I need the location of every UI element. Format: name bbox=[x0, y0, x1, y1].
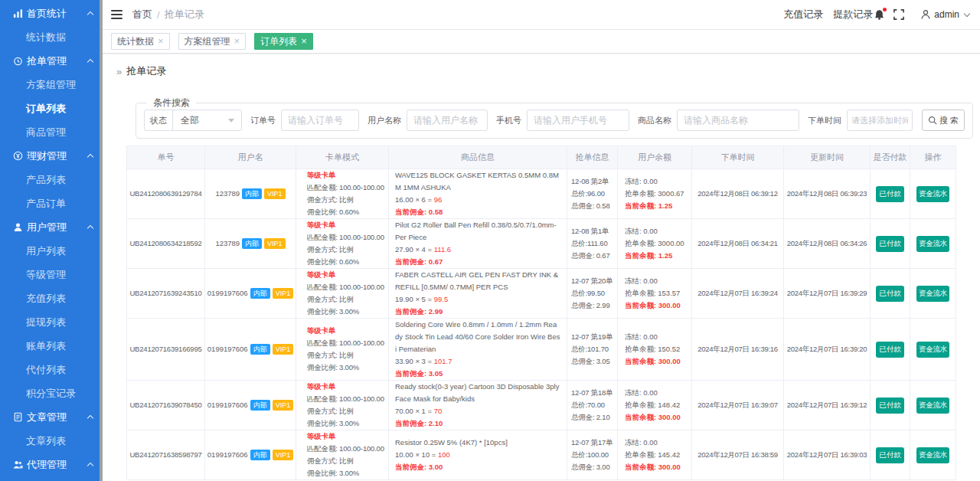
cell-order-no: UB2412071639078450 bbox=[127, 381, 205, 430]
cell-username: 0199197606内部VIP1 bbox=[205, 319, 296, 381]
sidebar-item-points-records[interactable]: 积分宝记录 bbox=[0, 381, 103, 405]
tab-plan-groups[interactable]: 方案组管理× bbox=[178, 33, 247, 50]
cell-mode: 等级卡单匹配金额: 100.00-100.00佣金方式: 比例佣金比例: 3.0… bbox=[296, 319, 389, 381]
order-time-input[interactable] bbox=[847, 110, 913, 131]
sidebar-section-user-manage[interactable]: 用户管理 bbox=[0, 215, 103, 239]
notification-dot bbox=[883, 8, 887, 11]
sidebar-item-article-list[interactable]: 文章列表 bbox=[0, 429, 103, 453]
grab-info: 12-07 第20单总价:99.50总佣金: 2.99 bbox=[567, 275, 617, 312]
cell-paid: 已付款 bbox=[871, 381, 910, 430]
balance-frozen: 冻结: 0.00 bbox=[625, 331, 688, 343]
order-no: UB2412071639078450 bbox=[127, 399, 204, 411]
fund-flow-button[interactable]: 资金流水 bbox=[916, 342, 949, 358]
sidebar-section-grab-manage[interactable]: 抢单管理 bbox=[0, 49, 103, 73]
mode-rate: 佣金比例: 0.60% bbox=[307, 256, 387, 268]
orders-table: 单号用户名卡单模式商品信息抢单信息用户余额下单时间更新时间是否付款操作 UB24… bbox=[126, 146, 956, 480]
menu-toggle-icon[interactable] bbox=[111, 10, 122, 19]
username: 123789 bbox=[215, 237, 240, 250]
cell-order-time: 2024年12月07日 16:38:59 bbox=[692, 430, 784, 480]
tab-close-icon[interactable]: × bbox=[301, 38, 307, 45]
fund-flow-button[interactable]: 资金流水 bbox=[916, 286, 949, 302]
withdraw-records-link[interactable]: 提款记录 bbox=[833, 8, 873, 21]
status-select[interactable]: 全部 bbox=[173, 110, 241, 130]
mode-match: 匹配金额: 100.00-100.00 bbox=[307, 443, 387, 455]
chevron-up-icon bbox=[87, 154, 93, 160]
order-no: UB2412080639129784 bbox=[127, 188, 204, 200]
phone-input[interactable] bbox=[527, 110, 629, 131]
product-name: WAVE125 BLOCK GASKET KERTAS 0.5MM 0.8MM … bbox=[395, 169, 560, 194]
order-no-input[interactable] bbox=[281, 110, 359, 131]
col-header-1: 用户名 bbox=[205, 146, 296, 169]
breadcrumb-home[interactable]: 首页 bbox=[132, 8, 152, 21]
sidebar-item-product-manage[interactable]: 商品管理 bbox=[0, 120, 103, 144]
fund-flow-button[interactable]: 资金流水 bbox=[916, 447, 949, 463]
product-name: Soldering Core Wire 0.8mm / 1.0mm / 1.2m… bbox=[395, 319, 560, 355]
cell-order-time: 2024年12月07日 16:39:16 bbox=[692, 319, 784, 381]
sidebar-section-article-manage[interactable]: 文章管理 bbox=[0, 405, 103, 429]
tab-stats-data[interactable]: 统计数据× bbox=[111, 33, 170, 50]
user-menu[interactable]: admin bbox=[920, 9, 969, 20]
sidebar-item-agent-list[interactable]: 代理列表 bbox=[0, 476, 103, 481]
sidebar-item-level-manage[interactable]: 等级管理 bbox=[0, 263, 103, 286]
mode-rate: 佣金比例: 0.60% bbox=[307, 206, 387, 218]
cell-grab: 12-08 第1单总价:111.60总佣金: 0.67 bbox=[567, 219, 618, 269]
sidebar-item-bill-list[interactable]: 账单列表 bbox=[0, 334, 103, 358]
sidebar-scrollbar[interactable] bbox=[100, 0, 103, 481]
sidebar-item-plan-groups[interactable]: 方案组管理 bbox=[0, 73, 103, 97]
mode-match: 匹配金额: 100.00-100.00 bbox=[307, 231, 387, 244]
balance-info: 冻结: 0.00抢单余额: 148.42当前余额: 300.00 bbox=[618, 387, 691, 424]
fund-flow-button[interactable]: 资金流水 bbox=[916, 236, 949, 252]
cell-paid: 已付款 bbox=[871, 219, 910, 269]
notifications-bell-icon[interactable] bbox=[874, 8, 885, 21]
table-header-row: 单号用户名卡单模式商品信息抢单信息用户余额下单时间更新时间是否付款操作 bbox=[127, 146, 956, 169]
formula-expression: 70.00 × 1 = bbox=[395, 407, 434, 415]
table-row: UB24120716390784500199197606内部VIP1等级卡单匹配… bbox=[127, 381, 956, 430]
cell-balance: 冻结: 0.00抢单余额: 3000.00当前余额: 1.25 bbox=[618, 219, 692, 269]
sidebar-section-finance-manage[interactable]: 理财管理 bbox=[0, 144, 103, 168]
sidebar-section-home-stats[interactable]: 首页统计 bbox=[0, 2, 103, 25]
product-info: Pilot G2 Roller Ball Pen Refill 0.38/0.5… bbox=[389, 219, 567, 268]
cell-action: 资金流水 bbox=[910, 381, 956, 430]
product-name-label: 商品名称 bbox=[638, 115, 671, 126]
product-commission: 当前佣金: 3.00 bbox=[395, 461, 560, 473]
tab-order-list[interactable]: 订单列表× bbox=[254, 33, 313, 50]
balance-info: 冻结: 0.00抢单余额: 145.42当前余额: 300.00 bbox=[618, 437, 691, 473]
grab-total: 总价:111.60 bbox=[571, 237, 616, 250]
tab-label: 方案组管理 bbox=[185, 35, 230, 48]
badge-vip: VIP1 bbox=[273, 344, 294, 355]
phone-label: 手机号 bbox=[496, 115, 521, 126]
sidebar-item-order-list[interactable]: 订单列表 bbox=[0, 97, 103, 120]
sidebar-item-withdraw-list[interactable]: 提现列表 bbox=[0, 310, 103, 334]
product-name-filter: 商品名称 bbox=[638, 110, 799, 131]
fullscreen-icon[interactable] bbox=[893, 9, 904, 20]
username-wrap: 0199197606内部VIP1 bbox=[205, 399, 296, 411]
cell-balance: 冻结: 0.00抢单余额: 148.42当前余额: 300.00 bbox=[618, 381, 692, 430]
balance-frozen: 冻结: 0.00 bbox=[625, 387, 688, 399]
user-name-input[interactable] bbox=[407, 110, 488, 131]
sidebar-section-agent-manage[interactable]: 代理管理 bbox=[0, 453, 103, 476]
balance-info: 冻结: 0.00抢单余额: 3000.00当前余额: 1.25 bbox=[618, 225, 691, 262]
doc-icon bbox=[13, 412, 23, 422]
sidebar-item-product-list[interactable]: 产品列表 bbox=[0, 168, 103, 191]
tab-close-icon[interactable]: × bbox=[234, 38, 240, 45]
sidebar-item-user-list[interactable]: 用户列表 bbox=[0, 239, 103, 263]
recharge-records-link[interactable]: 充值记录 bbox=[783, 8, 823, 21]
cell-balance: 冻结: 0.00抢单余额: 150.52当前余额: 300.00 bbox=[618, 319, 692, 381]
sidebar-section-label: 首页统计 bbox=[27, 7, 88, 21]
sidebar-item-pay-list[interactable]: 代付列表 bbox=[0, 358, 103, 381]
tab-close-icon[interactable]: × bbox=[158, 38, 164, 45]
fund-flow-button[interactable]: 资金流水 bbox=[916, 398, 949, 414]
sidebar-item-product-orders[interactable]: 产品订单 bbox=[0, 191, 103, 215]
product-name-input[interactable] bbox=[677, 110, 799, 131]
product-name: FABER CASTELL AIR GEL PEN FAST DRY INK &… bbox=[395, 269, 560, 293]
cell-paid: 已付款 bbox=[871, 319, 910, 381]
sidebar-item-stats-data[interactable]: 统计数据 bbox=[0, 25, 103, 49]
sidebar-item-recharge-list[interactable]: 充值列表 bbox=[0, 286, 103, 310]
mode-method: 佣金方式: 比例 bbox=[307, 455, 387, 467]
mode-method: 佣金方式: 比例 bbox=[307, 194, 387, 206]
col-header-2: 卡单模式 bbox=[296, 146, 389, 169]
balance-current: 当前余额: 1.25 bbox=[625, 250, 688, 262]
fund-flow-button[interactable]: 资金流水 bbox=[916, 186, 949, 202]
cell-balance: 冻结: 0.00抢单余额: 3000.67当前余额: 1.25 bbox=[618, 169, 692, 219]
search-button[interactable]: 搜 索 bbox=[922, 110, 965, 131]
